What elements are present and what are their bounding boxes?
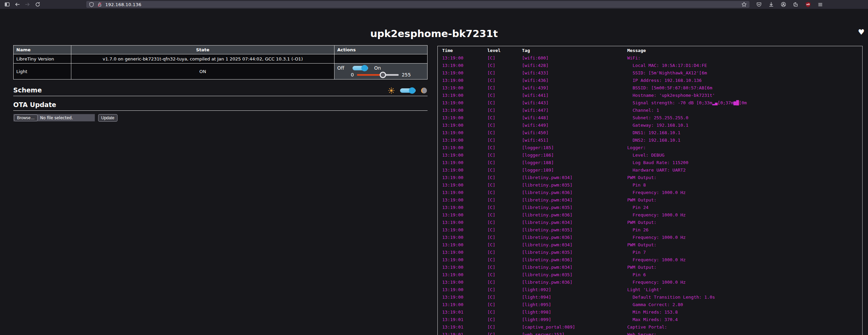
pocket-button[interactable]	[754, 0, 764, 8]
log-time: 13:19:00	[438, 166, 487, 174]
menu-button[interactable]	[815, 0, 825, 8]
log-time: 13:19:00	[438, 219, 487, 226]
log-tag: [wifi:451]	[522, 137, 627, 144]
extensions-button[interactable]	[791, 0, 800, 8]
bookmark-star-icon[interactable]	[741, 2, 747, 7]
log-panel: Time level Tag Message 13:19:00 [C] [wif…	[437, 46, 863, 335]
ublock-origin-shield-icon: uO	[805, 2, 811, 7]
log-time: 13:19:00	[438, 62, 487, 69]
account-button[interactable]	[779, 0, 788, 8]
reload-button[interactable]	[33, 0, 43, 8]
light-toggle-switch[interactable]	[352, 66, 368, 70]
entity-state-table: Name State Actions LibreTiny Version v1.…	[13, 45, 428, 80]
url-text[interactable]: 192.168.10.136	[105, 2, 741, 7]
slider-thumb[interactable]	[380, 72, 386, 78]
forward-button[interactable]	[22, 0, 33, 8]
log-level: [C]	[487, 211, 522, 219]
log-tag: [libretiny.pwm:034]	[522, 264, 627, 271]
log-message: Default Transition Length: 1.0s	[627, 294, 862, 301]
log-row: 13:19:00 [C] [libretiny.pwm:035] Pin 8	[438, 181, 862, 189]
log-tag: [wifi:443]	[522, 99, 627, 107]
log-level: [C]	[487, 166, 522, 174]
light-brightness-slider[interactable]	[357, 74, 399, 76]
log-time: 13:19:00	[438, 301, 487, 308]
log-message: PWM Output:	[627, 241, 862, 249]
log-message: Local MAC: 10:5A:17:D1:D4:FE	[627, 62, 862, 69]
slider-max-label: 255	[402, 72, 411, 77]
log-time: 13:19:00	[438, 129, 487, 137]
version-name-cell: LibreTiny Version	[14, 54, 71, 64]
log-row: 13:19:00 [C] [libretiny.pwm:036] Frequen…	[438, 189, 862, 196]
log-message: Min Mireds: 153.8	[627, 308, 862, 316]
log-level: [C]	[487, 331, 522, 335]
log-level: [C]	[487, 99, 522, 107]
log-row: 13:19:00 [C] [wifi:439] BSSID: [5m00:5F:…	[438, 84, 862, 92]
download-button[interactable]	[766, 0, 776, 8]
log-message: Level: DEBUG	[627, 152, 862, 159]
ota-upload-row: Browse… No file selected. Update	[13, 114, 428, 122]
light-off-label: Off	[337, 65, 344, 71]
log-level: [C]	[487, 114, 522, 122]
log-row: 13:19:00 [C] [wifi:436] IP Address: 192.…	[438, 77, 862, 84]
url-bar[interactable]: 192.168.10.136	[86, 1, 749, 8]
log-time: 13:19:00	[438, 107, 487, 114]
update-button[interactable]: Update	[98, 114, 117, 122]
moon-icon	[421, 88, 427, 93]
log-time: 13:19:00	[438, 84, 487, 92]
log-tag: [wifi:439]	[522, 84, 627, 92]
ota-file-input[interactable]: Browse… No file selected.	[13, 114, 95, 122]
file-status-text: No file selected.	[40, 116, 73, 120]
reload-icon	[35, 2, 40, 7]
log-tag: [libretiny.pwm:036]	[522, 279, 627, 286]
tracking-protection-shield-icon[interactable]	[89, 2, 94, 7]
log-row: 13:19:00 [C] [logger:189] Hardware UART:…	[438, 166, 862, 174]
log-row: 13:19:00 [C] [wifi:449] Gateway: 192.168…	[438, 122, 862, 129]
log-row: 13:19:00 [C] [wifi:433] SSID: [5m'Nighth…	[438, 69, 862, 77]
log-time: 13:19:00	[438, 271, 487, 279]
log-time: 13:19:00	[438, 279, 487, 286]
back-arrow-icon	[15, 2, 20, 7]
log-time: 13:19:00	[438, 181, 487, 189]
log-row: 13:19:00 [C] [logger:188] Log Baud Rate:…	[438, 159, 862, 166]
insecure-lock-icon[interactable]	[97, 2, 102, 7]
left-panel: Name State Actions LibreTiny Version v1.…	[13, 45, 428, 122]
log-message: Captive Portal:	[627, 323, 862, 331]
sun-icon	[388, 87, 395, 94]
heart-link[interactable]: ♥	[858, 28, 865, 36]
log-time: 13:19:00	[438, 211, 487, 219]
log-time: 13:19:00	[438, 241, 487, 249]
toggle-knob	[409, 87, 415, 94]
log-level: [C]	[487, 181, 522, 189]
log-time: 13:19:00	[438, 294, 487, 301]
scheme-toggle-switch[interactable]	[400, 88, 416, 93]
browse-button[interactable]: Browse…	[14, 114, 38, 121]
log-time: 13:19:00	[438, 99, 487, 107]
log-message: Frequency: 1000.0 Hz	[627, 211, 862, 219]
log-level: [C]	[487, 323, 522, 331]
log-time: 13:19:00	[438, 196, 487, 204]
back-button[interactable]	[12, 0, 22, 8]
log-time: 13:19:00	[438, 122, 487, 129]
log-message: Log Baud Rate: 115200	[627, 159, 862, 166]
log-row: 13:19:00 [C] [libretiny.pwm:036] Frequen…	[438, 211, 862, 219]
log-time: 13:19:00	[438, 264, 487, 271]
log-time: 13:19:00	[438, 174, 487, 181]
log-row: 13:19:00 [C] [logger:185] Logger:	[438, 144, 862, 152]
light-actions-cell: Off On 0 255	[334, 64, 428, 80]
ublock-button[interactable]: uO	[803, 0, 813, 8]
log-level: [C]	[487, 264, 522, 271]
log-message: IP Address: 192.168.10.136	[627, 77, 862, 84]
log-message: Hardware UART: UART2	[627, 166, 862, 174]
log-message: DNS1: 192.168.10.1	[627, 129, 862, 137]
log-level: [C]	[487, 308, 522, 316]
log-tag: [libretiny.pwm:034]	[522, 174, 627, 181]
table-header-row: Name State Actions	[14, 46, 428, 54]
sidebar-toggle-button[interactable]	[2, 0, 12, 8]
log-message: BSSID: [5m00:5F:67:80:57:AB[6m	[627, 84, 862, 92]
log-level: [C]	[487, 226, 522, 234]
log-time: 13:19:00	[438, 204, 487, 211]
log-message: Pin 8	[627, 181, 862, 189]
log-row: 13:19:00 [C] [libretiny.pwm:035] Pin 24	[438, 204, 862, 211]
log-tag: [light:099]	[522, 316, 627, 323]
slider-min-label: 0	[351, 72, 354, 77]
